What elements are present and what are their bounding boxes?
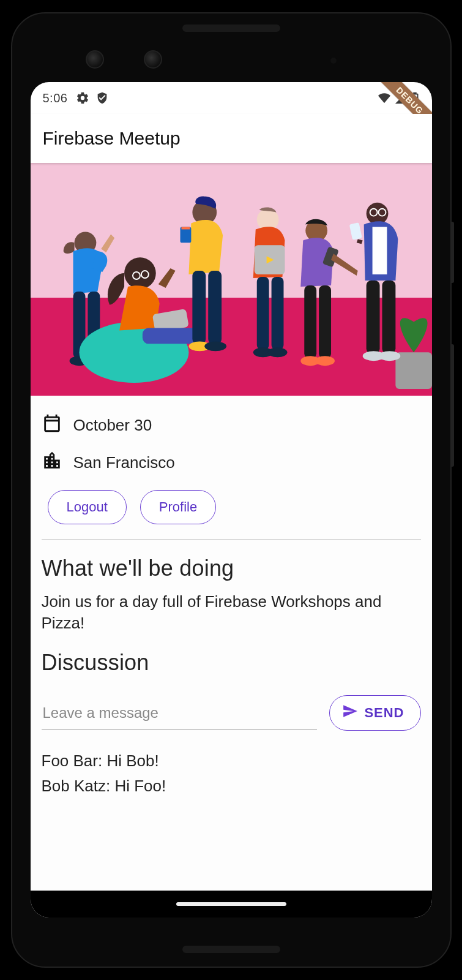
gear-icon (76, 91, 89, 105)
city-icon (42, 450, 62, 475)
front-camera-icon (144, 50, 162, 69)
divider (42, 539, 421, 540)
svg-rect-29 (319, 285, 331, 358)
wifi-icon (377, 91, 392, 105)
message-input[interactable] (42, 697, 318, 729)
shield-icon (95, 91, 109, 105)
send-button-label: SEND (364, 705, 404, 721)
svg-rect-39 (349, 222, 362, 240)
event-date-row: October 30 (42, 407, 421, 444)
device-frame: 5:06 (0, 0, 462, 980)
front-camera-icon (86, 50, 104, 69)
message-item: Bob Katz: Hi Foo! (42, 777, 421, 796)
svg-rect-14 (208, 271, 222, 344)
speaker-top (182, 24, 280, 32)
android-nav-bar (31, 891, 432, 918)
svg-point-7 (124, 257, 156, 289)
send-button[interactable]: SEND (329, 695, 420, 731)
svg-point-16 (204, 341, 226, 351)
event-location-row: San Francisco (42, 444, 421, 481)
page-title: Firebase Meetup (43, 128, 181, 149)
screen: 5:06 (31, 82, 432, 918)
svg-rect-23 (271, 277, 283, 350)
messages-list: Foo Bar: Hi Bob!Bob Katz: Hi Foo! (42, 752, 421, 796)
button-row: Logout Profile (42, 481, 421, 538)
event-location: San Francisco (73, 453, 175, 472)
power-button (450, 222, 454, 283)
svg-rect-35 (366, 281, 379, 353)
logout-button-label: Logout (67, 499, 108, 515)
volume-button (450, 344, 454, 467)
section-heading-what: What we'll be doing (42, 556, 421, 581)
section-heading-discussion: Discussion (42, 650, 421, 676)
message-item: Foo Bar: Hi Bob! (42, 752, 421, 771)
hero-illustration (31, 163, 432, 396)
svg-rect-13 (192, 271, 206, 344)
speaker-bottom (182, 946, 280, 953)
sensor-dot (330, 58, 337, 64)
svg-rect-28 (304, 285, 316, 358)
svg-rect-18 (181, 227, 190, 230)
nav-home-pill[interactable] (176, 902, 286, 906)
device-bezel: 5:06 (11, 12, 452, 968)
status-bar: 5:06 (31, 82, 432, 114)
profile-button-label: Profile (159, 499, 197, 515)
svg-rect-36 (382, 281, 395, 353)
send-icon (342, 703, 358, 723)
content-area: October 30 San Francisco Logout Profile (31, 396, 432, 891)
svg-rect-22 (256, 277, 269, 350)
profile-button[interactable]: Profile (140, 490, 216, 524)
status-time: 5:06 (43, 91, 68, 105)
calendar-icon (42, 413, 62, 438)
svg-point-25 (267, 347, 287, 357)
svg-point-31 (315, 356, 335, 366)
message-composer: SEND (42, 695, 421, 731)
app-bar: Firebase Meetup (31, 114, 432, 163)
svg-rect-0 (395, 352, 432, 389)
section-body-what: Join us for a day full of Firebase Works… (42, 591, 421, 634)
logout-button[interactable]: Logout (48, 490, 127, 524)
svg-point-38 (378, 351, 400, 361)
event-date: October 30 (73, 416, 152, 435)
